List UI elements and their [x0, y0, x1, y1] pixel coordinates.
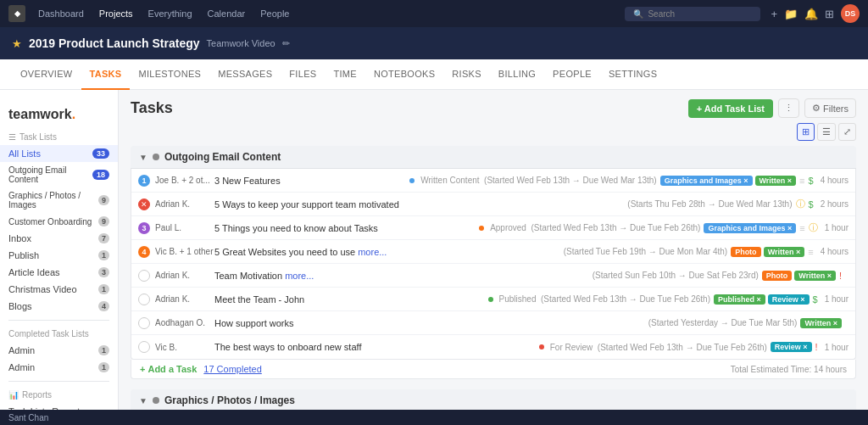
sidebar-article-ideas[interactable]: Article Ideas 3 — [0, 264, 118, 281]
sidebar-admin-1[interactable]: Admin 1 — [0, 342, 118, 359]
task-title[interactable]: 5 Great Websites you need to use more... — [214, 247, 560, 257]
tag[interactable]: Written × — [800, 318, 842, 328]
table-row: 4 Vic B. + 1 other 5 Great Websites you … — [131, 240, 855, 264]
task-check[interactable] — [138, 294, 150, 305]
list-icon[interactable]: ≡ — [808, 247, 813, 257]
task-title[interactable]: Meet the Team - John — [214, 294, 486, 305]
tab-tasks[interactable]: TASKS — [81, 59, 131, 90]
tag[interactable]: Published × — [714, 294, 765, 305]
section-header-graphics[interactable]: ▼ Graphics / Photos / Images — [131, 389, 856, 412]
add-task-button-outgoing[interactable]: + Add a Task — [140, 364, 197, 374]
task-more-link[interactable]: more... — [285, 271, 314, 281]
task-title[interactable]: How support works — [214, 318, 645, 328]
sidebar-admin-1-label: Admin — [8, 345, 35, 355]
task-check[interactable] — [138, 341, 150, 353]
nav-icons: + 📁 🔔 ⊞ DS — [771, 4, 860, 23]
task-table-outgoing: 1 Joe B. + 2 ot... 3 New Features Writte… — [131, 169, 856, 360]
nav-everything[interactable]: Everything — [142, 7, 198, 20]
avatar[interactable]: DS — [841, 4, 860, 23]
filters-button[interactable]: ⚙ Filters — [804, 98, 856, 118]
tab-notebooks[interactable]: NOTEBOOKS — [365, 59, 443, 90]
tag[interactable]: Written × — [755, 176, 797, 186]
plus-icon[interactable]: + — [771, 8, 777, 20]
alert-icon[interactable]: ! — [839, 271, 842, 281]
reports-header[interactable]: 📊 Reports — [0, 387, 118, 403]
tab-time[interactable]: TIME — [325, 59, 364, 90]
task-title[interactable]: 3 New Features — [214, 176, 407, 186]
collapse-icon-graphics[interactable]: ▼ — [139, 396, 147, 405]
app-logo[interactable]: ◆ — [8, 5, 25, 22]
table-row: ✕ Adrian K. 5 Ways to keep your support … — [131, 193, 855, 216]
task-check[interactable] — [138, 270, 150, 282]
star-icon[interactable]: ★ — [12, 37, 22, 50]
sidebar-all-lists[interactable]: All Lists 33 — [0, 145, 118, 162]
sidebar-customer-onboarding[interactable]: Customer Onboarding 9 — [0, 213, 118, 230]
grid-view-button[interactable]: ⊞ — [797, 123, 815, 141]
tag[interactable]: Graphics and Images × — [660, 176, 753, 186]
expand-view-button[interactable]: ⤢ — [838, 123, 856, 141]
tag[interactable]: Graphics and Images × — [704, 223, 796, 233]
tab-overview[interactable]: OVERVIEW — [12, 59, 81, 90]
tab-milestones[interactable]: MILESTONES — [130, 59, 209, 90]
list-view-button[interactable]: ☰ — [817, 123, 836, 141]
sidebar-admin-2[interactable]: Admin 1 — [0, 359, 118, 376]
sidebar-customer-onboarding-label: Customer Onboarding — [8, 217, 92, 226]
sidebar-publish[interactable]: Publish 1 — [0, 247, 118, 264]
task-check[interactable]: ✕ — [138, 199, 150, 210]
add-task-list-button[interactable]: + Add Task List — [688, 99, 773, 118]
table-row: 3 Paul L. 5 Things you need to know abou… — [131, 216, 855, 240]
grid-icon[interactable]: ⊞ — [825, 8, 834, 20]
nav-dashboard[interactable]: Dashboard — [32, 7, 90, 20]
dollar-icon[interactable]: $ — [809, 199, 814, 210]
tab-risks[interactable]: RISKS — [443, 59, 490, 90]
alert-icon[interactable]: ! — [815, 342, 818, 352]
section-title-graphics: Graphics / Photos / Images — [164, 394, 295, 406]
bell-icon[interactable]: 🔔 — [804, 8, 818, 20]
task-meta: (Started Yesterday → Due Tue Mar 5th) — [648, 318, 798, 327]
dollar-icon[interactable]: $ — [813, 294, 818, 305]
tag[interactable]: Review × — [771, 342, 812, 352]
task-title[interactable]: 5 Things you need to know about Tasks — [214, 223, 476, 233]
list-icon[interactable]: ≡ — [799, 223, 804, 233]
sidebar-blogs[interactable]: Blogs 4 — [0, 298, 118, 315]
dollar-icon[interactable]: $ — [809, 176, 814, 186]
tab-people[interactable]: PEOPLE — [544, 59, 600, 90]
task-title[interactable]: Team Motivation more... — [214, 271, 589, 281]
task-check[interactable] — [138, 317, 150, 329]
folder-icon[interactable]: 📁 — [784, 8, 798, 20]
completed-task-lists-header[interactable]: Completed Task Lists — [0, 326, 118, 342]
list-icon[interactable]: ≡ — [799, 176, 804, 186]
tag[interactable]: Review × — [768, 294, 810, 305]
tab-settings[interactable]: SETTINGS — [600, 59, 665, 90]
collapse-icon-outgoing[interactable]: ▼ — [139, 153, 147, 162]
nav-calendar[interactable]: Calendar — [202, 7, 252, 20]
info-icon[interactable]: ⓘ — [796, 198, 805, 210]
status-dot — [479, 226, 484, 231]
section-header-outgoing[interactable]: ▼ Outgoing Email Content — [131, 146, 856, 169]
tag[interactable]: Photo — [762, 271, 793, 281]
sidebar-graphics[interactable]: Graphics / Photos / Images 9 — [0, 187, 118, 213]
sidebar-outgoing-email[interactable]: Outgoing Email Content 18 — [0, 162, 118, 187]
more-button[interactable]: ⋮ — [778, 98, 799, 118]
sidebar-christmas-video[interactable]: Christmas Video 1 — [0, 281, 118, 298]
nav-people[interactable]: People — [254, 7, 295, 20]
sidebar-inbox[interactable]: Inbox 7 — [0, 230, 118, 247]
task-number-3: 3 — [138, 222, 150, 234]
sidebar-admin-2-label: Admin — [8, 362, 35, 372]
task-title[interactable]: 5 Ways to keep your support team motivat… — [214, 199, 624, 210]
search-bar[interactable]: 🔍 Search — [625, 7, 760, 21]
tab-messages[interactable]: MESSAGES — [209, 59, 281, 90]
tag[interactable]: Photo — [731, 247, 761, 257]
task-assignee: Vic B. — [155, 343, 214, 352]
tab-billing[interactable]: BILLING — [490, 59, 544, 90]
tab-files[interactable]: FILES — [281, 59, 325, 90]
task-title[interactable]: The best ways to onboard new staff — [214, 342, 537, 352]
completed-link-outgoing[interactable]: 17 Completed — [203, 364, 262, 374]
info-icon[interactable]: ⓘ — [809, 221, 818, 234]
task-more-link[interactable]: more... — [358, 247, 387, 257]
tag[interactable]: Written × — [794, 271, 836, 281]
tag[interactable]: Written × — [764, 247, 805, 257]
nav-projects[interactable]: Projects — [93, 7, 139, 20]
edit-icon[interactable]: ✏ — [282, 38, 290, 49]
task-lists-header[interactable]: ☰ Task Lists — [0, 129, 118, 145]
